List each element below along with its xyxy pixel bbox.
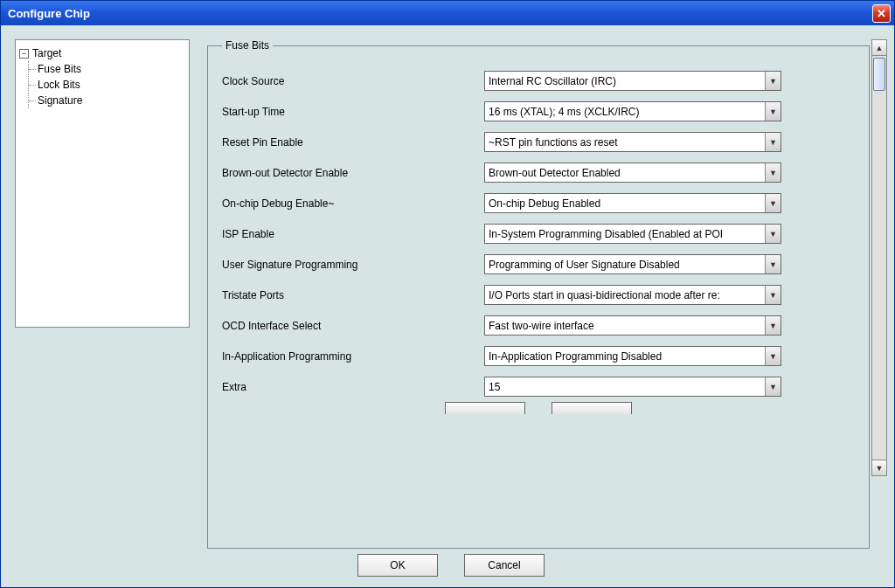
- row-isp-enable: ISP Enable In-System Programming Disable…: [222, 224, 855, 244]
- select-reset-pin[interactable]: ~RST pin functions as reset ▼: [484, 132, 781, 152]
- scroll-track[interactable]: [872, 56, 886, 460]
- minus-icon: −: [22, 50, 26, 58]
- chevron-down-icon: ▼: [765, 102, 781, 121]
- chevron-down-icon: ▼: [765, 133, 781, 151]
- select-user-sig[interactable]: Programming of User Signature Disabled ▼: [484, 254, 781, 274]
- chevron-down-icon: ▼: [765, 377, 781, 396]
- select-onchip-debug[interactable]: On-chip Debug Enabled ▼: [484, 193, 781, 213]
- select-value: Fast two-wire interface: [489, 320, 594, 332]
- select-iap[interactable]: In-Application Programming Disabled ▼: [484, 346, 781, 366]
- close-icon: ✕: [877, 7, 886, 20]
- titlebar: Configure Chip ✕: [1, 1, 894, 25]
- chevron-down-icon: ▼: [765, 163, 781, 182]
- chevron-down-icon: ▼: [765, 194, 781, 212]
- label-startup-time: Start-up Time: [222, 106, 484, 118]
- row-brownout: Brown-out Detector Enable Brown-out Dete…: [222, 163, 855, 183]
- partial-button-2[interactable]: .: [552, 402, 632, 414]
- select-clock-source[interactable]: Internal RC Oscillator (IRC) ▼: [484, 71, 781, 91]
- select-startup-time[interactable]: 16 ms (XTAL); 4 ms (XCLK/IRC) ▼: [484, 101, 781, 121]
- tree-toggle[interactable]: −: [19, 49, 29, 59]
- row-user-sig: User Signature Programming Programming o…: [222, 254, 855, 274]
- select-value: In-Application Programming Disabled: [489, 350, 662, 363]
- window: Configure Chip ✕ − Target Fuse Bits Lock…: [0, 0, 895, 588]
- select-value: In-System Programming Disabled (Enabled …: [489, 228, 723, 240]
- partial-button-1[interactable]: .: [445, 402, 525, 414]
- close-button[interactable]: ✕: [872, 4, 891, 23]
- row-extra: Extra 15 ▼: [222, 377, 855, 397]
- window-title: Configure Chip: [8, 7, 90, 20]
- select-tristate[interactable]: I/O Ports start in quasi-bidirectional m…: [484, 285, 781, 305]
- tree-root[interactable]: − Target: [19, 45, 185, 61]
- select-value: 16 ms (XTAL); 4 ms (XCLK/IRC): [489, 106, 639, 118]
- select-brownout[interactable]: Brown-out Detector Enabled ▼: [484, 163, 781, 183]
- select-extra[interactable]: 15 ▼: [484, 377, 781, 397]
- select-value: Brown-out Detector Enabled: [489, 167, 621, 179]
- label-ocd-interface: OCD Interface Select: [222, 320, 484, 332]
- select-ocd-interface[interactable]: Fast two-wire interface ▼: [484, 315, 781, 336]
- select-value: On-chip Debug Enabled: [489, 197, 600, 210]
- select-value: ~RST pin functions as reset: [489, 136, 618, 149]
- label-onchip-debug: On-chip Debug Enable~: [222, 197, 484, 210]
- label-reset-pin: Reset Pin Enable: [222, 136, 484, 149]
- label-isp-enable: ISP Enable: [222, 228, 484, 240]
- select-isp-enable[interactable]: In-System Programming Disabled (Enabled …: [484, 224, 781, 244]
- label-extra: Extra: [222, 381, 484, 393]
- chevron-down-icon: ▼: [765, 347, 781, 365]
- label-brownout: Brown-out Detector Enable: [222, 167, 484, 179]
- tree-item-signature[interactable]: Signature: [29, 93, 185, 108]
- select-value: I/O Ports start in quasi-bidirectional m…: [489, 289, 720, 301]
- row-iap: In-Application Programming In-Applicatio…: [222, 346, 855, 366]
- row-startup-time: Start-up Time 16 ms (XTAL); 4 ms (XCLK/I…: [222, 101, 855, 121]
- select-value: Programming of User Signature Disabled: [489, 259, 680, 271]
- row-reset-pin: Reset Pin Enable ~RST pin functions as r…: [222, 132, 855, 152]
- fieldset-legend: Fuse Bits: [222, 39, 273, 52]
- select-value: 15: [489, 381, 500, 393]
- fuse-bits-fieldset: Fuse Bits Clock Source Internal RC Oscil…: [207, 39, 870, 549]
- row-onchip-debug: On-chip Debug Enable~ On-chip Debug Enab…: [222, 193, 855, 213]
- client-area: − Target Fuse Bits Lock Bits Signature F…: [1, 25, 894, 587]
- dialog-buttons: OK Cancel: [15, 549, 887, 580]
- chevron-up-icon: ▲: [876, 44, 884, 52]
- tree-item-lock-bits[interactable]: Lock Bits: [29, 77, 185, 93]
- chevron-down-icon: ▼: [765, 286, 781, 304]
- chevron-down-icon: ▼: [765, 316, 781, 335]
- scroll-up-button[interactable]: ▲: [872, 40, 886, 56]
- chevron-down-icon: ▼: [765, 72, 781, 90]
- ok-button[interactable]: OK: [357, 554, 438, 577]
- chevron-down-icon: ▼: [765, 255, 781, 273]
- nav-tree[interactable]: − Target Fuse Bits Lock Bits Signature: [15, 39, 190, 328]
- partial-button-row: . .: [222, 402, 855, 414]
- scroll-thumb[interactable]: [873, 58, 885, 91]
- cancel-button[interactable]: Cancel: [464, 554, 545, 577]
- label-user-sig: User Signature Programming: [222, 259, 484, 271]
- settings-panel: Fuse Bits Clock Source Internal RC Oscil…: [207, 39, 887, 549]
- row-clock-source: Clock Source Internal RC Oscillator (IRC…: [222, 71, 855, 91]
- top-area: − Target Fuse Bits Lock Bits Signature F…: [15, 39, 887, 549]
- tree-root-label: Target: [32, 47, 61, 59]
- tree-item-fuse-bits[interactable]: Fuse Bits: [29, 61, 185, 77]
- scroll-down-button[interactable]: ▼: [872, 460, 886, 475]
- label-iap: In-Application Programming: [222, 350, 484, 363]
- row-tristate: Tristate Ports I/O Ports start in quasi-…: [222, 285, 855, 305]
- row-ocd-interface: OCD Interface Select Fast two-wire inter…: [222, 315, 855, 336]
- label-clock-source: Clock Source: [222, 75, 484, 87]
- select-value: Internal RC Oscillator (IRC): [489, 75, 616, 87]
- label-tristate: Tristate Ports: [222, 289, 484, 301]
- vertical-scrollbar[interactable]: ▲ ▼: [871, 39, 887, 476]
- tree-children: Fuse Bits Lock Bits Signature: [28, 61, 185, 108]
- chevron-down-icon: ▼: [765, 225, 781, 243]
- chevron-down-icon: ▼: [876, 464, 884, 473]
